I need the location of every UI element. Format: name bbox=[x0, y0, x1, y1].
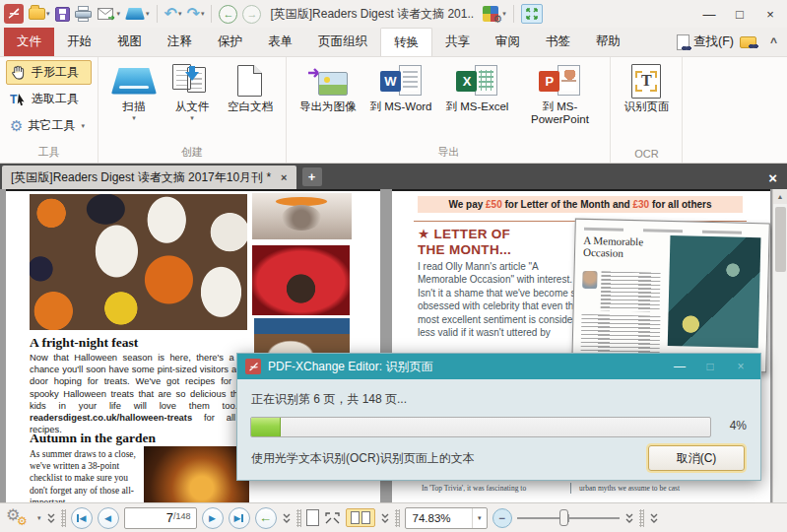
fireplace-photo bbox=[144, 446, 249, 502]
chevron-down-icon[interactable]: ▾ bbox=[37, 514, 41, 522]
to-ms-excel-button[interactable]: X 到 MS-Excel bbox=[439, 60, 516, 143]
slider-handle[interactable] bbox=[559, 509, 568, 526]
excel-icon: X bbox=[456, 65, 497, 97]
select-tool-button[interactable]: T 选取工具 bbox=[6, 87, 92, 111]
single-page-view-button[interactable] bbox=[306, 509, 319, 526]
scan-button[interactable]: ▾ bbox=[125, 8, 150, 20]
group-label-export: 导出 bbox=[293, 143, 604, 163]
redo-button[interactable]: ↷▾ bbox=[186, 6, 204, 22]
hand-tool-button[interactable]: 手形工具 bbox=[6, 60, 92, 85]
article-paragraph: Now that Halloween season is here, there… bbox=[30, 352, 260, 436]
hand-tool-label: 手形工具 bbox=[32, 64, 79, 81]
other-tools-button[interactable]: ⚙ 其它工具 ▾ bbox=[6, 113, 92, 138]
page-number-input[interactable]: 7/148 bbox=[124, 507, 197, 529]
zoom-out-button[interactable]: − bbox=[492, 508, 512, 528]
redo-icon: ↷ bbox=[186, 6, 199, 22]
letter-body: I read Olly Mann's article "A Memorable … bbox=[418, 260, 587, 339]
article-link: readersdigest.co.uk/halloween-treats bbox=[30, 412, 192, 423]
scan-page-button[interactable]: 扫描 ▾ bbox=[104, 60, 164, 143]
chevron-down-icon: ▾ bbox=[201, 10, 205, 18]
zoom-slider[interactable] bbox=[517, 508, 620, 528]
tab-convert[interactable]: 转换 bbox=[380, 28, 432, 56]
tab-protect[interactable]: 保护 bbox=[205, 28, 255, 56]
close-document-button[interactable]: × bbox=[760, 169, 785, 186]
scroll-up-arrow[interactable]: ▲ bbox=[773, 189, 787, 204]
options-gears-button[interactable]: ⚙⚙ bbox=[6, 507, 32, 529]
ribbon-convert: 手形工具 T 选取工具 ⚙ 其它工具 ▾ 工具 扫描 ▾ bbox=[0, 57, 787, 164]
toolbar-grip[interactable] bbox=[639, 509, 644, 527]
fullscreen-button[interactable] bbox=[521, 4, 543, 24]
dialog-maximize-button[interactable]: □ bbox=[698, 360, 722, 373]
maximize-button[interactable]: □ bbox=[727, 4, 753, 24]
next-page-button[interactable]: ▶ bbox=[202, 507, 224, 529]
close-tab-icon[interactable]: × bbox=[281, 171, 287, 183]
tab-organize[interactable]: 页面组织 bbox=[305, 28, 380, 56]
email-button[interactable]: ▾ bbox=[98, 8, 121, 21]
two-page-view-button[interactable] bbox=[346, 508, 375, 527]
history-back-button[interactable]: ← bbox=[219, 5, 237, 24]
save-button[interactable] bbox=[55, 7, 70, 22]
status-bar: ⚙⚙ ▾ ◀ ◀ 7/148 ▶ ▶ ← 74.83%▾ − bbox=[0, 502, 787, 532]
export-as-image-button[interactable]: 导出为图像 bbox=[293, 60, 363, 143]
find-button[interactable]: 查找(F) bbox=[677, 33, 734, 50]
first-page-button[interactable]: ◀ bbox=[71, 507, 93, 529]
expand-toolbar-button[interactable] bbox=[624, 512, 634, 524]
toolbar-grip[interactable] bbox=[296, 509, 301, 527]
clipping-text-lines bbox=[601, 271, 661, 311]
toolbar-grip[interactable] bbox=[61, 509, 66, 527]
open-folder-icon bbox=[29, 8, 45, 20]
open-file-button[interactable]: ▾ bbox=[29, 8, 50, 20]
vertical-scrollbar[interactable]: ▲ bbox=[772, 189, 787, 502]
tab-home[interactable]: 开始 bbox=[54, 28, 104, 56]
magazine-clipping: A Memorable Occasion bbox=[571, 219, 770, 373]
fit-width-button[interactable] bbox=[324, 511, 341, 525]
expand-toolbar-button[interactable] bbox=[649, 512, 659, 524]
tab-file[interactable]: 文件 bbox=[4, 28, 54, 56]
undo-button[interactable]: ↶▾ bbox=[164, 6, 182, 22]
tab-view[interactable]: 视图 bbox=[104, 28, 155, 56]
scanner-icon bbox=[125, 8, 145, 20]
expand-toolbar-button[interactable] bbox=[380, 512, 390, 524]
zoom-level-combobox[interactable]: 74.83%▾ bbox=[405, 507, 488, 529]
cancel-button[interactable]: 取消(C) bbox=[648, 445, 745, 471]
to-ms-word-button[interactable]: W 到 MS-Word bbox=[362, 60, 438, 143]
session-button[interactable]: ⚙▾ bbox=[483, 6, 506, 22]
search-in-files-icon[interactable] bbox=[740, 36, 756, 48]
tab-help[interactable]: 帮助 bbox=[583, 28, 633, 56]
document-tab-title: [英国版]Readers Digest 读者文摘 2017年10月刊 * bbox=[11, 169, 271, 186]
to-ms-powerpoint-button[interactable]: P 到 MS-PowerPoint bbox=[515, 60, 604, 143]
chevron-down-icon: ▾ bbox=[132, 114, 136, 122]
expand-toolbar-button[interactable] bbox=[282, 512, 292, 524]
from-file-button[interactable]: 从文件 ▾ bbox=[164, 60, 221, 143]
history-forward-button[interactable]: → bbox=[242, 5, 261, 24]
minimize-button[interactable]: — bbox=[696, 4, 722, 24]
dialog-close-button[interactable]: × bbox=[729, 360, 753, 373]
toolbar-grip[interactable] bbox=[395, 509, 400, 527]
print-button[interactable] bbox=[75, 6, 93, 23]
hand-icon bbox=[10, 64, 27, 81]
previous-view-button[interactable]: ← bbox=[255, 507, 277, 529]
blank-document-button[interactable]: 空白文档 bbox=[221, 60, 280, 143]
tab-review[interactable]: 审阅 bbox=[483, 28, 533, 56]
fullscreen-icon bbox=[525, 7, 539, 21]
previous-page-button[interactable]: ◀ bbox=[98, 507, 119, 529]
ocr-status-text: 正在识别第 6 页，共 148 页... bbox=[251, 391, 407, 408]
dialog-minimize-button[interactable]: — bbox=[668, 360, 691, 373]
document-tab-active[interactable]: [英国版]Readers Digest 读者文摘 2017年10月刊 * × bbox=[2, 166, 296, 189]
expand-toolbar-button[interactable] bbox=[46, 512, 56, 524]
app-icon bbox=[245, 359, 261, 374]
last-page-button[interactable]: ▶ bbox=[229, 507, 250, 529]
to-ms-excel-label: 到 MS-Excel bbox=[446, 100, 509, 113]
tab-comment[interactable]: 注释 bbox=[155, 28, 205, 56]
dialog-titlebar[interactable]: PDF-XChange Editor: 识别页面 — □ × bbox=[237, 354, 760, 379]
new-tab-button[interactable]: + bbox=[302, 167, 322, 186]
divider bbox=[570, 483, 571, 494]
tab-bookmarks[interactable]: 书签 bbox=[533, 28, 583, 56]
blank-document-icon bbox=[237, 65, 262, 97]
scrollbar-thumb[interactable] bbox=[775, 207, 786, 272]
ocr-pages-button[interactable]: T 识别页面 bbox=[617, 60, 676, 146]
close-button[interactable]: × bbox=[757, 4, 783, 24]
collapse-ribbon-button[interactable]: ^ bbox=[770, 35, 777, 49]
tab-form[interactable]: 表单 bbox=[255, 28, 305, 56]
tab-share[interactable]: 共享 bbox=[432, 28, 483, 56]
